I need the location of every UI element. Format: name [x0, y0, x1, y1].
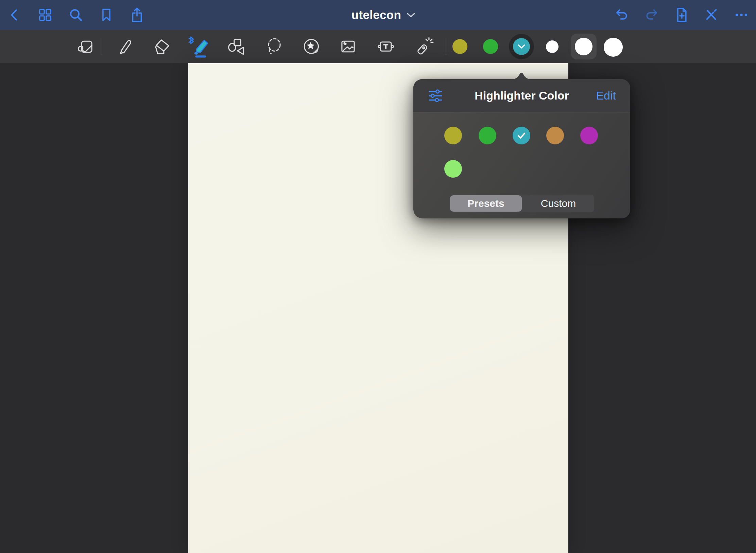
search-icon — [68, 7, 84, 23]
swatch-magenta[interactable] — [580, 127, 598, 144]
swatch-green[interactable] — [479, 127, 496, 144]
more-icon — [733, 7, 750, 23]
thickness-large[interactable] — [604, 38, 623, 57]
toolbar-color-teal-selected[interactable] — [509, 34, 534, 59]
top-navigation-bar: utelecon — [0, 0, 756, 30]
pen-mode-off-icon — [704, 7, 719, 23]
eraser-tool-icon — [152, 37, 172, 56]
back-icon — [7, 7, 22, 23]
swatch-teal-selected[interactable] — [513, 127, 530, 144]
panning-tool-button[interactable] — [74, 35, 98, 58]
add-page-icon — [674, 6, 689, 23]
pen-mode-toggle-button[interactable] — [703, 6, 720, 24]
text-tool-icon — [376, 37, 396, 56]
popover-header: Highlighter Color Edit — [413, 79, 630, 112]
shapes-tool-icon — [226, 37, 246, 56]
redo-icon — [643, 7, 660, 22]
shapes-tool-button[interactable] — [224, 35, 248, 58]
pages-grid-icon — [37, 7, 53, 23]
tools-toolbar — [0, 30, 756, 63]
segment-custom[interactable]: Custom — [522, 195, 594, 212]
chevron-down-icon — [407, 12, 415, 18]
highlighter-tool-icon — [188, 35, 210, 58]
chevron-down-icon — [517, 44, 526, 49]
pen-tool-icon — [115, 37, 134, 56]
swatch-olive[interactable] — [444, 127, 462, 144]
undo-icon — [614, 7, 630, 22]
panning-tool-icon — [76, 37, 96, 56]
swatch-orange[interactable] — [546, 127, 564, 144]
bookmark-button[interactable] — [98, 6, 115, 24]
app-window: utelecon — [0, 0, 756, 553]
toolbar-color-green[interactable] — [483, 39, 498, 54]
sliders-icon — [427, 87, 444, 104]
eraser-tool-button[interactable] — [150, 35, 174, 58]
laser-pointer-tool-icon — [413, 37, 433, 56]
search-button[interactable] — [67, 6, 84, 24]
highlighter-color-popover: Highlighter Color Edit — [413, 79, 630, 218]
swatch-light-green[interactable] — [444, 160, 462, 178]
lasso-tool-icon — [264, 37, 284, 56]
add-page-button[interactable] — [673, 6, 690, 24]
undo-button[interactable] — [613, 6, 630, 24]
back-button[interactable] — [6, 6, 23, 24]
text-tool-button[interactable] — [374, 35, 398, 58]
more-button[interactable] — [733, 6, 750, 24]
sticker-tool-button[interactable] — [299, 35, 323, 58]
canvas-background — [0, 63, 756, 553]
toolbar-color-teal — [513, 38, 530, 55]
share-button[interactable] — [128, 6, 145, 24]
image-tool-button[interactable] — [336, 35, 360, 58]
bluetooth-icon — [189, 37, 193, 44]
tool-options-button[interactable] — [427, 87, 444, 106]
thickness-medium-selected[interactable] — [571, 34, 597, 59]
toolbar-divider — [101, 38, 101, 55]
popover-arrow — [511, 70, 532, 79]
edit-link[interactable]: Edit — [596, 89, 616, 102]
sticker-tool-icon — [301, 37, 321, 56]
image-tool-icon — [338, 37, 358, 56]
thickness-medium — [575, 38, 592, 55]
nav-right-group — [613, 0, 750, 30]
lasso-tool-button[interactable] — [262, 35, 286, 58]
pen-tool-button[interactable] — [113, 35, 136, 58]
bookmark-icon — [99, 7, 114, 23]
laser-pointer-tool-button[interactable] — [411, 35, 435, 58]
document-title-button[interactable]: utelecon — [351, 0, 415, 30]
toolbar-divider — [446, 38, 446, 55]
pages-grid-button[interactable] — [37, 6, 54, 24]
share-icon — [129, 6, 145, 23]
nav-left-group — [6, 0, 145, 30]
toolbar-color-olive[interactable] — [452, 39, 467, 54]
segment-presets[interactable]: Presets — [450, 195, 522, 212]
thickness-small[interactable] — [546, 40, 559, 53]
redo-button[interactable] — [643, 6, 660, 24]
document-title: utelecon — [351, 8, 401, 22]
presets-custom-segmented-control: Presets Custom — [449, 195, 594, 212]
highlighter-tool-button[interactable] — [187, 35, 211, 58]
checkmark-icon — [517, 132, 526, 139]
